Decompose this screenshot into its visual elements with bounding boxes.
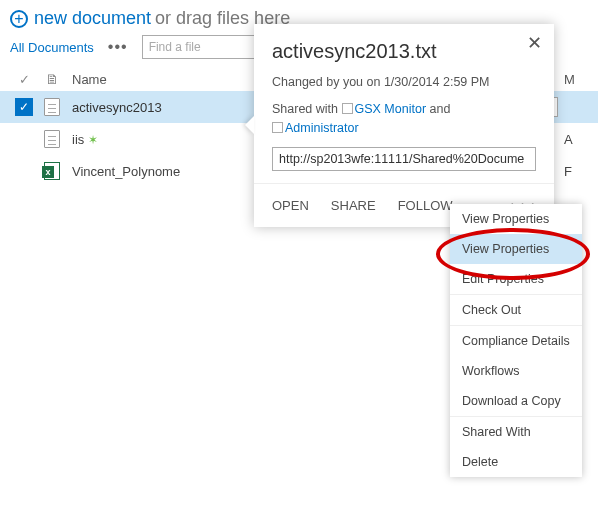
menu-delete[interactable]: Delete xyxy=(450,447,582,477)
menu-check-out[interactable]: Check Out xyxy=(450,295,582,325)
text-file-icon xyxy=(44,130,60,148)
text-file-icon xyxy=(44,98,60,116)
context-menu: View Properties View Properties Edit Pro… xyxy=(450,204,582,477)
view-more-icon[interactable]: ••• xyxy=(108,38,128,56)
menu-compliance-details[interactable]: Compliance Details xyxy=(450,326,582,356)
close-icon[interactable]: ✕ xyxy=(527,34,542,52)
open-button[interactable]: OPEN xyxy=(272,198,309,213)
plus-icon[interactable]: + xyxy=(10,10,28,28)
checkbox-icon[interactable] xyxy=(272,122,283,133)
share-button[interactable]: SHARE xyxy=(331,198,376,213)
type-column-icon: 🗎 xyxy=(45,71,59,87)
callout-changed-text: Changed by you on 1/30/2014 2:59 PM xyxy=(272,73,536,92)
new-document-link[interactable]: new document xyxy=(34,8,151,29)
menu-workflows[interactable]: Workflows xyxy=(450,356,582,386)
column-modified[interactable]: M xyxy=(564,72,588,87)
modified-cell: A xyxy=(564,132,588,147)
share-link[interactable]: Administrator xyxy=(285,121,359,135)
modified-cell: F xyxy=(564,164,588,179)
menu-view-properties[interactable]: View Properties xyxy=(450,234,582,264)
select-all-checkbox[interactable]: ✓ xyxy=(19,72,30,87)
callout-title: activesync2013.txt xyxy=(272,40,536,63)
view-selector[interactable]: All Documents xyxy=(10,40,94,55)
row-checkbox-checked[interactable]: ✓ xyxy=(15,98,33,116)
url-input[interactable]: http://sp2013wfe:11111/Shared%20Docume xyxy=(272,147,536,171)
follow-button[interactable]: FOLLOW xyxy=(398,198,453,213)
menu-view-properties[interactable]: View Properties xyxy=(450,204,582,234)
search-placeholder: Find a file xyxy=(149,40,201,54)
menu-download-copy[interactable]: Download a Copy xyxy=(450,386,582,416)
item-callout: ✕ activesync2013.txt Changed by you on 1… xyxy=(254,24,554,227)
share-link[interactable]: GSX Monitor xyxy=(355,102,427,116)
callout-beak-icon xyxy=(245,116,254,134)
excel-file-icon xyxy=(44,162,60,180)
menu-edit-properties[interactable]: Edit Properties xyxy=(450,264,582,294)
checkbox-icon[interactable] xyxy=(342,103,353,114)
callout-shared-text: Shared with GSX Monitor and Administrato… xyxy=(272,100,536,138)
new-indicator-icon: ✶ xyxy=(88,133,98,147)
menu-shared-with[interactable]: Shared With xyxy=(450,417,582,447)
